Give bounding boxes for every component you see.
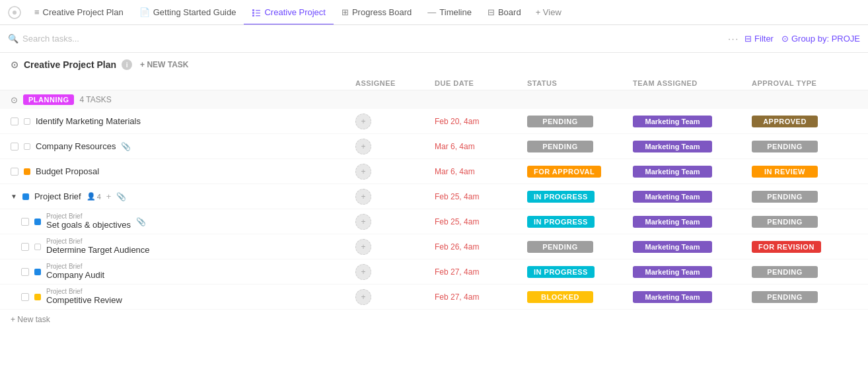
tab-bar: ≡ Creative Project Plan 📄 Getting Starte… xyxy=(0,0,868,25)
approval-badge[interactable]: PENDING xyxy=(752,191,818,203)
avatar[interactable]: + xyxy=(355,114,371,129)
status-badge[interactable]: BLOCKED xyxy=(527,291,593,303)
col-team: TEAM ASSIGNED xyxy=(633,79,752,87)
avatar[interactable]: + xyxy=(355,164,371,180)
assignee-cell: + xyxy=(355,239,435,255)
status-badge[interactable]: IN PROGRESS xyxy=(527,266,595,278)
assignee-cell: + xyxy=(355,189,435,205)
task-checkbox[interactable] xyxy=(11,168,18,176)
task-color-indicator xyxy=(34,269,41,275)
task-name[interactable]: Budget Proposal xyxy=(36,166,99,176)
due-date: Mar 6, 4am xyxy=(435,142,527,151)
attachment-icon: 📎 xyxy=(121,142,131,151)
avatar[interactable]: + xyxy=(355,264,371,280)
new-task-button[interactable]: + NEW TASK xyxy=(140,60,188,69)
team-badge[interactable]: Marketing Team xyxy=(633,166,712,178)
status-badge[interactable]: IN PROGRESS xyxy=(527,216,595,228)
subtask-icon: 👤 xyxy=(87,192,96,201)
approval-badge[interactable]: PENDING xyxy=(752,216,818,228)
assignee-cell: + xyxy=(355,214,435,230)
table-row: Project Brief Set goals & objectives 📎 +… xyxy=(0,209,868,234)
filter-button[interactable]: ⊟ Filter xyxy=(744,34,774,44)
status-badge[interactable]: FOR APPROVAL xyxy=(527,166,601,178)
search-box[interactable]: 🔍 Search tasks... xyxy=(8,34,723,44)
tab-progress-board[interactable]: ⊞ Progress Board xyxy=(334,0,419,25)
task-name[interactable]: Identify Marketing Materials xyxy=(36,116,141,126)
status-badge[interactable]: PENDING xyxy=(527,141,593,152)
more-options-button[interactable]: ··· xyxy=(728,34,739,44)
subtask-label: Project Brief xyxy=(46,263,104,270)
new-task-footer[interactable]: + New task xyxy=(0,310,868,329)
table-row: Budget Proposal + Mar 6, 4am FOR APPROVA… xyxy=(0,159,868,184)
due-date: Feb 27, 4am xyxy=(435,267,527,277)
tab-creative-project-plan[interactable]: ≡ Creative Project Plan xyxy=(26,0,131,25)
svg-rect-4 xyxy=(252,15,254,17)
collapse-project-icon[interactable]: ⊙ xyxy=(11,59,18,70)
task-checkbox[interactable] xyxy=(11,118,18,125)
tab-creative-project[interactable]: Creative Project xyxy=(244,0,333,25)
approval-badge[interactable]: APPROVED xyxy=(752,116,818,127)
collapse-group-icon[interactable]: ⊙ xyxy=(11,95,18,105)
table-row: Project Brief Determine Target Audience … xyxy=(0,234,868,259)
team-badge[interactable]: Marketing Team xyxy=(633,116,712,127)
grid-icon: ⊞ xyxy=(342,7,349,17)
team-badge[interactable]: Marketing Team xyxy=(633,141,712,152)
task-name[interactable]: Company Resources xyxy=(36,141,116,151)
col-status: STATUS xyxy=(527,79,633,87)
team-badge[interactable]: Marketing Team xyxy=(633,266,712,278)
subtask-label: Project Brief xyxy=(46,213,131,220)
due-date: Feb 25, 4am xyxy=(435,217,527,226)
add-subtask-icon[interactable]: + xyxy=(106,191,112,201)
status-badge[interactable]: PENDING xyxy=(527,241,593,253)
tab-timeline[interactable]: — Timeline xyxy=(419,0,480,25)
main-content: ⊙ Creative Project Plan i + NEW TASK ASS… xyxy=(0,53,868,371)
task-color-indicator xyxy=(24,143,30,150)
avatar[interactable]: + xyxy=(355,189,371,205)
tab-getting-started[interactable]: 📄 Getting Started Guide xyxy=(131,0,244,25)
avatar[interactable]: + xyxy=(355,214,371,230)
approval-badge[interactable]: FOR REVISION xyxy=(752,241,821,253)
team-badge[interactable]: Marketing Team xyxy=(633,216,712,228)
avatar[interactable]: + xyxy=(355,239,371,255)
team-cell: Marketing Team xyxy=(633,141,752,152)
team-badge[interactable]: Marketing Team xyxy=(633,241,712,253)
task-checkbox[interactable] xyxy=(21,268,29,276)
approval-badge[interactable]: PENDING xyxy=(752,291,818,303)
task-checkbox[interactable] xyxy=(21,218,29,226)
due-date: Feb 25, 4am xyxy=(435,192,527,201)
approval-badge[interactable]: PENDING xyxy=(752,266,818,278)
project-info-icon[interactable]: i xyxy=(122,59,132,70)
expand-task-icon[interactable]: ▼ xyxy=(11,193,17,200)
avatar[interactable]: + xyxy=(355,139,371,154)
tab-add-view[interactable]: + View xyxy=(529,0,568,25)
subtask-label: Project Brief xyxy=(46,238,150,245)
group-by-button[interactable]: ⊙ Group by: PROJE xyxy=(781,34,860,44)
attachment-icon: 📎 xyxy=(136,217,146,226)
task-name[interactable]: Company Audit xyxy=(46,270,104,280)
subtask-label: Project Brief xyxy=(46,288,122,295)
tab-board[interactable]: ⊟ Board xyxy=(480,0,529,25)
due-date: Feb 20, 4am xyxy=(435,117,527,126)
status-cell: FOR APPROVAL xyxy=(527,166,633,178)
status-badge[interactable]: IN PROGRESS xyxy=(527,191,595,203)
approval-badge[interactable]: PENDING xyxy=(752,141,818,152)
approval-badge[interactable]: IN REVIEW xyxy=(752,166,818,178)
due-date: Feb 27, 4am xyxy=(435,292,527,302)
task-name[interactable]: Set goals & objectives xyxy=(46,220,131,230)
status-badge[interactable]: PENDING xyxy=(527,116,593,127)
task-checkbox[interactable] xyxy=(21,293,29,301)
task-name[interactable]: Determine Target Audience xyxy=(46,245,150,255)
task-name[interactable]: Competitive Review xyxy=(46,295,122,305)
team-badge[interactable]: Marketing Team xyxy=(633,291,712,303)
assignee-cell: + xyxy=(355,289,435,305)
team-cell: Marketing Team xyxy=(633,166,752,178)
team-cell: Marketing Team xyxy=(633,216,752,228)
team-badge[interactable]: Marketing Team xyxy=(633,191,712,203)
avatar[interactable]: + xyxy=(355,289,371,305)
app-logo[interactable] xyxy=(5,3,24,22)
team-cell: Marketing Team xyxy=(633,116,752,127)
task-checkbox[interactable] xyxy=(21,243,29,251)
column-headers: ASSIGNEE DUE DATE STATUS TEAM ASSIGNED A… xyxy=(0,77,868,90)
task-name[interactable]: Project Brief xyxy=(34,191,81,201)
task-checkbox[interactable] xyxy=(11,143,18,151)
